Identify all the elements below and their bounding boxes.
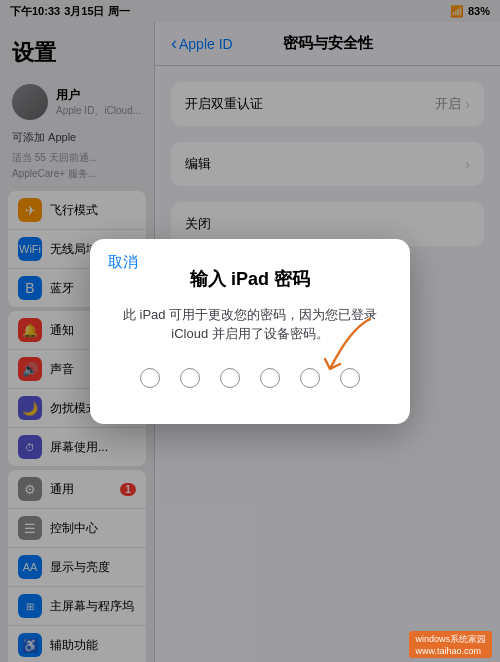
modal-dialog: 取消 输入 iPad 密码 此 iPad 可用于更改您的密码，因为您已登录 iC… <box>90 239 410 424</box>
modal-overlay: 取消 输入 iPad 密码 此 iPad 可用于更改您的密码，因为您已登录 iC… <box>0 0 500 662</box>
modal-cancel-button[interactable]: 取消 <box>108 253 138 272</box>
passcode-dots-container[interactable] <box>140 368 360 388</box>
watermark-line2: www.taihao.com <box>415 646 486 656</box>
passcode-dot-4 <box>260 368 280 388</box>
modal-title: 输入 iPad 密码 <box>190 267 310 291</box>
modal-description: 此 iPad 可用于更改您的密码，因为您已登录 iCloud 并启用了设备密码。 <box>114 305 386 344</box>
passcode-dot-1 <box>140 368 160 388</box>
watermark: windows系统家园 www.taihao.com <box>409 631 492 658</box>
passcode-dot-2 <box>180 368 200 388</box>
passcode-dot-6 <box>340 368 360 388</box>
passcode-dot-5 <box>300 368 320 388</box>
watermark-line1: windows系统家园 <box>415 633 486 646</box>
passcode-dot-3 <box>220 368 240 388</box>
